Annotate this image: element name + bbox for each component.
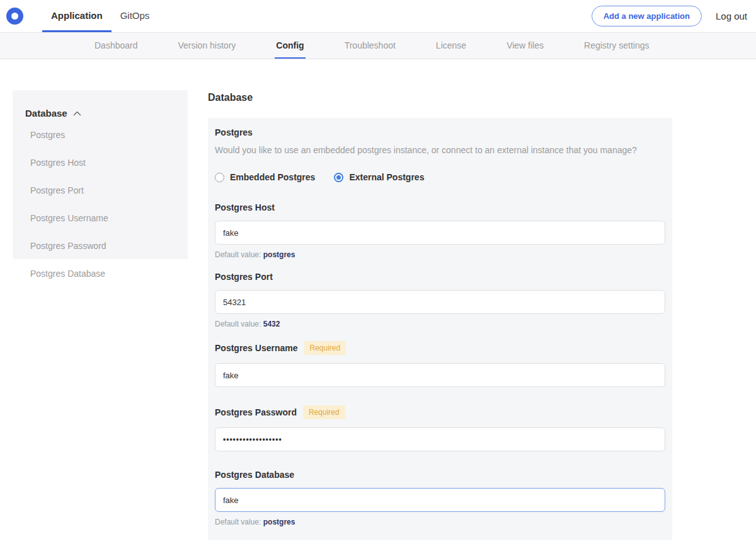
postgres-group-label: Postgres bbox=[215, 127, 665, 137]
postgres-help-text: Would you like to use an embedded postgr… bbox=[215, 145, 665, 155]
app-logo-icon bbox=[6, 8, 23, 25]
subtab-registry-settings[interactable]: Registry settings bbox=[583, 33, 650, 59]
field-postgres-port: Postgres Port Default value: 5432 bbox=[215, 272, 665, 328]
radio-external-label: External Postgres bbox=[349, 172, 424, 182]
sidebar-item-postgres[interactable]: Postgres bbox=[25, 124, 175, 146]
sidebar-item-postgres-host[interactable]: Postgres Host bbox=[25, 151, 175, 174]
sidebar-item-postgres-password[interactable]: Postgres Password bbox=[25, 235, 175, 257]
subtab-license[interactable]: License bbox=[435, 33, 467, 59]
tab-application-label: Application bbox=[51, 10, 103, 21]
field-postgres-host: Postgres Host Default value: postgres bbox=[215, 202, 665, 259]
chevron-up-icon bbox=[73, 111, 81, 116]
radio-external-postgres[interactable]: External Postgres bbox=[334, 172, 424, 182]
default-value: 5432 bbox=[263, 320, 280, 328]
app-subnav: Dashboard Version history Config Trouble… bbox=[0, 32, 756, 59]
section-title: Database bbox=[208, 92, 672, 103]
subtab-dashboard[interactable]: Dashboard bbox=[93, 33, 139, 59]
sidebar-group-label: Database bbox=[25, 108, 67, 119]
config-main: Database Postgres Would you like to use … bbox=[208, 90, 672, 551]
sidebar-item-list: Postgres Postgres Host Postgres Port Pos… bbox=[25, 124, 175, 285]
subtab-config[interactable]: Config bbox=[275, 33, 305, 59]
postgres-username-input[interactable] bbox=[215, 363, 665, 387]
radio-embedded-label: Embedded Postgres bbox=[230, 172, 315, 182]
subtab-troubleshoot[interactable]: Troubleshoot bbox=[343, 33, 397, 59]
sidebar-group-database[interactable]: Database bbox=[25, 108, 175, 119]
postgres-port-label: Postgres Port bbox=[215, 272, 665, 282]
postgres-password-label: Postgres Password Required bbox=[215, 405, 665, 419]
sidebar-item-postgres-database[interactable]: Postgres Database bbox=[25, 262, 175, 285]
subtab-version-history[interactable]: Version history bbox=[177, 33, 238, 59]
tab-application[interactable]: Application bbox=[42, 0, 112, 32]
required-badge: Required bbox=[304, 341, 346, 355]
postgres-host-default: Default value: postgres bbox=[215, 250, 665, 259]
topnav-right: Add a new application Log out bbox=[592, 0, 756, 32]
sidebar-item-postgres-username[interactable]: Postgres Username bbox=[25, 207, 175, 229]
top-tabs: Application GitOps bbox=[42, 0, 158, 32]
field-postgres-password: Postgres Password Required bbox=[215, 405, 665, 451]
content-area: Database Postgres Postgres Host Postgres… bbox=[0, 59, 756, 551]
postgres-username-label: Postgres Username Required bbox=[215, 341, 665, 355]
config-sidebar: Database Postgres Postgres Host Postgres… bbox=[13, 90, 188, 259]
radio-unchecked-icon bbox=[215, 173, 224, 182]
postgres-database-label: Postgres Database bbox=[215, 470, 665, 480]
top-navbar: Application GitOps Add a new application… bbox=[0, 0, 756, 32]
radio-embedded-postgres[interactable]: Embedded Postgres bbox=[215, 172, 315, 182]
subtab-view-files[interactable]: View files bbox=[505, 33, 545, 59]
tab-gitops-label: GitOps bbox=[120, 10, 150, 21]
postgres-password-input[interactable] bbox=[215, 427, 665, 451]
required-badge: Required bbox=[303, 405, 345, 419]
tab-gitops[interactable]: GitOps bbox=[112, 0, 159, 32]
postgres-database-input[interactable] bbox=[215, 488, 665, 512]
postgres-port-input[interactable] bbox=[215, 290, 665, 314]
postgres-host-input[interactable] bbox=[215, 221, 665, 245]
sidebar-item-postgres-port[interactable]: Postgres Port bbox=[25, 179, 175, 202]
postgres-database-default: Default value: postgres bbox=[215, 518, 665, 526]
default-value: postgres bbox=[263, 518, 295, 526]
postgres-radio-group: Embedded Postgres External Postgres bbox=[215, 172, 665, 182]
field-postgres-username: Postgres Username Required bbox=[215, 341, 665, 387]
postgres-host-label: Postgres Host bbox=[215, 202, 665, 212]
add-application-button[interactable]: Add a new application bbox=[592, 6, 702, 26]
postgres-port-default: Default value: 5432 bbox=[215, 320, 665, 328]
radio-checked-icon bbox=[334, 173, 343, 182]
default-value: postgres bbox=[263, 250, 295, 259]
config-group-card: Postgres Would you like to use an embedd… bbox=[208, 118, 672, 540]
field-postgres-database: Postgres Database Default value: postgre… bbox=[215, 470, 665, 526]
logout-link[interactable]: Log out bbox=[716, 11, 747, 21]
